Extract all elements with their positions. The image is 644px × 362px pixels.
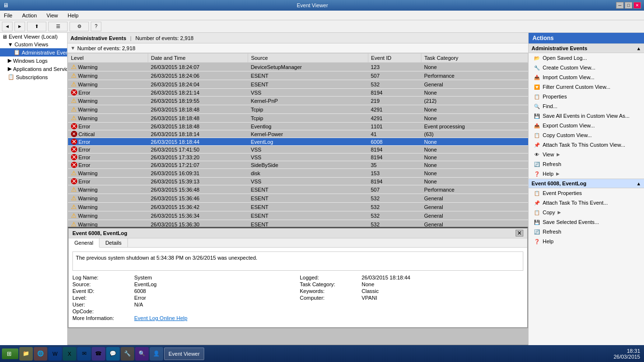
- action-icon: ❓: [533, 238, 540, 245]
- action-label: Event Properties: [543, 190, 582, 196]
- tree-custom-views[interactable]: ▼ Custom Views: [0, 41, 67, 48]
- show-hide-button[interactable]: ☰: [48, 22, 68, 31]
- help-toolbar-button[interactable]: ?: [91, 22, 101, 31]
- table-row[interactable]: ✕ Error 26/03/2015 17:41:50 VSS 8194 Non…: [68, 146, 528, 153]
- cell-taskcategory: General: [421, 211, 528, 220]
- action-item[interactable]: ❓Help▶: [529, 169, 644, 179]
- event-message: The previous system shutdown at 5:34:38 …: [72, 251, 523, 271]
- table-row[interactable]: ⚠ Warning 26/03/2015 18:24:07 DeviceSetu…: [68, 63, 528, 71]
- submenu-arrow-icon: ▶: [558, 210, 561, 215]
- event-id-label: Event ID:: [72, 288, 130, 294]
- table-row[interactable]: ⚠ Warning 26/03/2015 15:36:34 ESENT 532 …: [68, 211, 528, 220]
- menu-file[interactable]: File: [2, 12, 14, 19]
- action-item[interactable]: 📤Export Custom View...: [529, 121, 644, 130]
- back-button[interactable]: ◄: [2, 22, 13, 31]
- taskbar-app2[interactable]: 💬: [106, 347, 120, 361]
- table-row[interactable]: ✕ Error 26/03/2015 17:33:20 VSS 8194 Non…: [68, 153, 528, 161]
- table-row[interactable]: ⚠ Warning 26/03/2015 18:24:06 ESENT 507 …: [68, 71, 528, 80]
- taskbar-excel[interactable]: X: [63, 347, 76, 361]
- admin-events-section[interactable]: Administrative Events ▲: [529, 43, 644, 53]
- action-item[interactable]: 📌Attach Task To This Custom View...: [529, 140, 644, 150]
- start-button[interactable]: ⊞: [2, 348, 18, 359]
- col-eventid[interactable]: Event ID: [368, 54, 421, 63]
- action-item[interactable]: 🔍Find...: [529, 101, 644, 111]
- table-row[interactable]: ⚠ Warning 26/03/2015 16:09:31 disk 153 N…: [68, 169, 528, 178]
- table-row[interactable]: ⚠ Warning 26/03/2015 15:36:48 ESENT 507 …: [68, 185, 528, 194]
- action-item[interactable]: 📂Open Saved Log...: [529, 53, 644, 63]
- taskbar-chrome[interactable]: 🌐: [34, 347, 47, 361]
- action-item[interactable]: 📋Event Properties: [529, 188, 644, 198]
- action-item[interactable]: 🔄Refresh: [529, 159, 644, 169]
- tree-app-services[interactable]: ▶ Applications and Services Lo...: [0, 65, 67, 73]
- tree-label-event-viewer: Event Viewer (Local): [9, 34, 57, 40]
- tree-subscriptions[interactable]: 📋 Subscriptions: [0, 73, 67, 81]
- table-row[interactable]: ✕ Error 26/03/2015 18:18:48 Eventlog 110…: [68, 123, 528, 130]
- col-level[interactable]: Level: [68, 54, 148, 63]
- table-row[interactable]: ✕ Error 26/03/2015 17:21:07 SideBySide 3…: [68, 161, 528, 169]
- taskbar-event-viewer-app[interactable]: Event Viewer: [164, 348, 204, 360]
- bottom-panel-close[interactable]: ✕: [516, 230, 523, 237]
- action-item[interactable]: 📋Properties: [529, 92, 644, 101]
- action-item[interactable]: 📋Copy Custom View...: [529, 130, 644, 140]
- action-item[interactable]: 🔄Refresh: [529, 227, 644, 237]
- bottom-panel: Event 6008, EventLog ✕ General Details T…: [68, 227, 528, 328]
- collapse-event6008-icon[interactable]: ▲: [636, 181, 641, 186]
- table-row[interactable]: ✕ Error 26/03/2015 18:18:44 EventLog 600…: [68, 138, 528, 146]
- table-row[interactable]: ⚠ Warning 26/03/2015 15:36:42 ESENT 532 …: [68, 203, 528, 211]
- tree-windows-logs[interactable]: ▶ Windows Logs: [0, 56, 67, 65]
- col-datetime[interactable]: Date and Time: [148, 54, 248, 63]
- taskbar-app4[interactable]: 👤: [150, 347, 163, 361]
- cell-eventid: 4291: [368, 114, 421, 123]
- action-item[interactable]: ❓Help: [529, 237, 644, 246]
- col-source[interactable]: Source: [248, 54, 368, 63]
- menu-help[interactable]: Help: [66, 12, 81, 19]
- taskbar-app1[interactable]: ☎: [92, 347, 105, 361]
- event-log-online-help-link[interactable]: Event Log Online Help: [134, 315, 296, 321]
- close-button[interactable]: ✕: [633, 2, 641, 9]
- menu-action[interactable]: Action: [20, 12, 39, 19]
- up-button[interactable]: ⬆: [27, 22, 46, 31]
- cell-eventid: 8194: [368, 178, 421, 185]
- table-row[interactable]: ⚠ Warning 26/03/2015 18:19:55 Kernel-PnP…: [68, 97, 528, 105]
- action-label: Import Custom View...: [543, 74, 594, 80]
- tree-admin-events[interactable]: 📋 Administrative Events: [0, 48, 67, 56]
- tab-general[interactable]: General: [69, 238, 99, 248]
- table-row[interactable]: ⚠ Warning 26/03/2015 15:36:46 ESENT 532 …: [68, 194, 528, 203]
- action-label: Refresh: [543, 161, 561, 167]
- action-item[interactable]: 📥Import Custom View...: [529, 72, 644, 82]
- minimize-button[interactable]: ─: [616, 2, 624, 9]
- submenu-arrow-icon: ▶: [556, 171, 560, 176]
- taskbar-outlook[interactable]: ✉: [77, 347, 91, 361]
- properties-button[interactable]: ⚙: [70, 22, 89, 31]
- window-controls: ─ □ ✕: [616, 2, 641, 9]
- cell-level: ⚠ Warning: [68, 105, 148, 114]
- tree-event-viewer[interactable]: 🖥 Event Viewer (Local): [0, 33, 67, 41]
- table-row[interactable]: ✕ Error 26/03/2015 18:21:14 VSS 8194 Non…: [68, 89, 528, 97]
- table-row[interactable]: ✕ Critical 26/03/2015 18:18:14 Kernel-Po…: [68, 130, 528, 138]
- action-item[interactable]: 📌Attach Task To This Event...: [529, 198, 644, 208]
- tab-details[interactable]: Details: [99, 238, 128, 247]
- table-row[interactable]: ⚠ Warning 26/03/2015 18:18:48 Tcpip 4291…: [68, 114, 528, 123]
- collapse-admin-icon[interactable]: ▲: [636, 46, 641, 51]
- action-item[interactable]: 🔧Create Custom View...: [529, 63, 644, 72]
- action-item[interactable]: 📋Copy▶: [529, 208, 644, 217]
- action-item[interactable]: 🔽Filter Current Custom View...: [529, 82, 644, 92]
- action-item[interactable]: 💾Save Selected Events...: [529, 217, 644, 227]
- taskbar-search[interactable]: 🔍: [135, 347, 149, 361]
- event6008-section[interactable]: Event 6008, EventLog ▲: [529, 179, 644, 188]
- source-value: EventLog: [134, 281, 296, 287]
- taskbar-app3[interactable]: 🔧: [121, 347, 134, 361]
- maximize-button[interactable]: □: [625, 2, 632, 9]
- taskbar-word[interactable]: W: [48, 347, 62, 361]
- table-row[interactable]: ⚠ Warning 26/03/2015 18:24:04 ESENT 532 …: [68, 80, 528, 89]
- taskbar-file-explorer[interactable]: 📁: [19, 347, 33, 361]
- menu-view[interactable]: View: [44, 12, 60, 19]
- table-row[interactable]: ⚠ Warning 26/03/2015 18:18:48 Tcpip 4291…: [68, 105, 528, 114]
- source-label: Source:: [72, 281, 130, 287]
- table-row[interactable]: ✕ Error 26/03/2015 15:39:13 VSS 8194 Non…: [68, 178, 528, 185]
- col-taskcategory[interactable]: Task Category: [421, 54, 528, 63]
- action-item[interactable]: 👁View▶: [529, 150, 644, 159]
- action-item[interactable]: 💾Save All Events in Custom View As...: [529, 111, 644, 121]
- cell-eventid: 1101: [368, 123, 421, 130]
- forward-button[interactable]: ►: [14, 22, 25, 31]
